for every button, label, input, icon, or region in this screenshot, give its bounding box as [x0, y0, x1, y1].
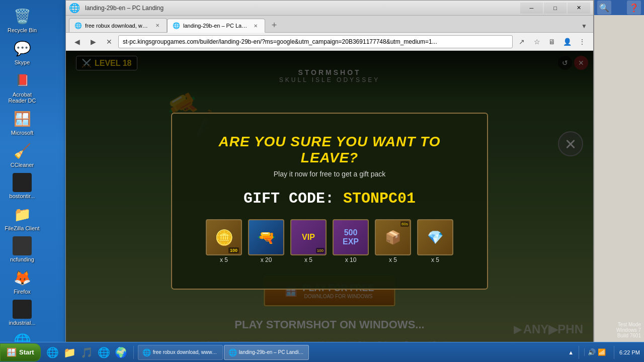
gift-item-icon-2: VIP 100 [290, 219, 327, 255]
desktop-icon-bostontir[interactable]: bostontir... [2, 171, 42, 201]
firefox-label: Firefox [14, 289, 31, 295]
bostontir-icon [13, 173, 32, 192]
system-tray: 🔊 📶 [584, 348, 609, 356]
gift-item-icon-1: 🔫 [248, 219, 284, 255]
show-hidden-icons[interactable]: ▲ [568, 349, 574, 355]
test-mode-line1: Test Mode [616, 322, 641, 327]
taskbar: 🪟 Start 🌐 📁 🎵 🌐 🌍 🌐 free robux download,… [0, 342, 644, 362]
maximize-button[interactable]: □ [544, 3, 567, 14]
test-mode-line3: Build 7601 [616, 333, 641, 338]
firefox-icon: 🦊 [12, 267, 32, 288]
taskbar-divider-3 [614, 346, 614, 359]
toolbar-icons: ↗ ☆ 🖥 👤 ⋮ [515, 35, 589, 49]
dialog-title: ARE YOU SURE YOU WANT TO LEAVE? [192, 134, 467, 166]
right-sidebar: 🔍 ❓ [594, 0, 644, 352]
browser-title: landing-29b-en – PC Landing [85, 5, 518, 12]
taskbar-edge-icon[interactable]: 🌍 [113, 344, 129, 360]
taskbar-chrome-icon[interactable]: 🌐 [96, 344, 112, 360]
gift-item-2: VIP 100 x 5 [289, 219, 328, 263]
browser-tab-bar: 🌐 free robux download, www.allweal... ✕ … [66, 16, 593, 33]
desktop-icon-recycle-bin[interactable]: 🗑️ Recycle Bin [2, 4, 42, 35]
desktop-icon-filezilla[interactable]: 📁 FileZilla Client [2, 202, 42, 233]
filezilla-label: FileZilla Client [5, 225, 39, 231]
new-tab-button[interactable]: + [267, 18, 281, 32]
gift-item-3: 500EXP x 10 [332, 219, 370, 263]
desktop-icon-microsoft[interactable]: 🪟 Microsoft [2, 107, 42, 138]
forward-button[interactable]: ▶ [86, 35, 100, 49]
sidebar-search-icon[interactable]: 🔍 [597, 1, 611, 15]
desktop-icon-ncfunding[interactable]: ncfunding [2, 234, 42, 264]
desktop-icon-skype[interactable]: 💬 Skype [2, 36, 42, 67]
back-button[interactable]: ◀ [70, 35, 84, 49]
profile-icon[interactable]: 👤 [560, 35, 574, 49]
taskbar-app-0[interactable]: 🌐 free robux download, www.allweal... [138, 345, 223, 360]
recycle-bin-label: Recycle Bin [8, 27, 37, 33]
gift-item-5: 💎 x 5 [416, 219, 454, 263]
menu-icon[interactable]: ⋮ [575, 35, 589, 49]
desktop-icon-ccleaner[interactable]: 🧹 CCleaner [2, 139, 42, 170]
gift-item-icon-5: 💎 [417, 219, 453, 255]
browser-window: 🌐 landing-29b-en – PC Landing ─ □ ✕ 🌐 fr… [65, 0, 594, 352]
sidebar-content [594, 15, 644, 352]
industrial-label: industrial... [9, 320, 35, 326]
game-page: ⚔️ LEVEL 18 STORMSHOT SKULL ISLE ODYSSEY… [66, 51, 593, 351]
browser-toolbar: ◀ ▶ ✕ ↗ ☆ 🖥 👤 ⋮ [66, 33, 593, 51]
close-window-button[interactable]: ✕ [568, 3, 590, 14]
volume-icon[interactable]: 🔊 [588, 348, 596, 356]
test-mode-line2: Windows 7 [616, 327, 641, 333]
gift-item-count-4: x 5 [389, 256, 397, 263]
ccleaner-label: CCleaner [11, 162, 34, 168]
taskbar-apps: 🌐 free robux download, www.allweal... 🌐 … [136, 345, 565, 360]
notification-area: ▲ 🔊 📶 6:22 PM [564, 346, 644, 359]
acrobat-label: Acrobat Reader DC [4, 92, 40, 104]
tab-overflow-button[interactable]: ▼ [578, 20, 590, 32]
system-clock[interactable]: 6:22 PM [619, 349, 640, 355]
gift-items-row: 🪙 100 x 5 🔫 x 20 [192, 219, 467, 263]
taskbar-quick-launch: 🌐 📁 🎵 🌐 🌍 [43, 344, 131, 360]
gift-item-count-2: x 5 [304, 256, 312, 263]
ncfunding-label: ncfunding [10, 256, 34, 262]
desktop-icons-area: 🗑️ Recycle Bin 💬 Skype 📕 Acrobat Reader … [0, 0, 60, 362]
address-bar[interactable] [118, 35, 513, 48]
desktop-icon-firefox[interactable]: 🦊 Firefox [2, 265, 42, 297]
browser-content: ⚔️ LEVEL 18 STORMSHOT SKULL ISLE ODYSSEY… [66, 51, 593, 351]
microsoft-label: Microsoft [11, 130, 34, 136]
taskbar-divider-1 [133, 346, 134, 359]
gift-item-count-1: x 20 [261, 256, 272, 263]
desktop-icon-industrial[interactable]: industrial... [2, 298, 42, 328]
sidebar-help-icon[interactable]: ❓ [627, 1, 641, 15]
browser-tab-1[interactable]: 🌐 landing-29b-en – PC Landing ✕ [167, 19, 265, 33]
reload-button[interactable]: ✕ [102, 35, 116, 49]
taskbar-divider-2 [579, 346, 579, 359]
gift-item-icon-0: 🪙 100 [206, 219, 242, 255]
gift-item-count-5: x 5 [431, 256, 439, 263]
window-controls: ─ □ ✕ [520, 3, 590, 14]
gift-code-prefix: GIFT CODE: [244, 190, 343, 207]
gift-item-count-0: x 5 [220, 256, 228, 263]
network-icon[interactable]: 📶 [598, 348, 606, 356]
taskbar-folder-icon[interactable]: 📁 [62, 344, 78, 360]
taskbar-app-1-label: landing-29b-en – PC Landing [239, 349, 304, 355]
gift-item-1: 🔫 x 20 [247, 219, 285, 263]
taskbar-media-icon[interactable]: 🎵 [79, 344, 95, 360]
ccleaner-icon: 🧹 [12, 141, 32, 161]
share-icon[interactable]: ↗ [515, 35, 529, 49]
minimize-button[interactable]: ─ [520, 3, 543, 14]
desktop: 🗑️ Recycle Bin 💬 Skype 📕 Acrobat Reader … [0, 0, 644, 362]
industrial-icon [13, 300, 32, 319]
gift-code-line: GIFT CODE: STONPC01 [192, 190, 467, 207]
bookmark-icon[interactable]: ☆ [530, 35, 544, 49]
taskbar-app-1[interactable]: 🌐 landing-29b-en – PC Landing [224, 345, 309, 360]
start-button[interactable]: 🪟 Start [0, 343, 41, 361]
browser-tab-0[interactable]: 🌐 free robux download, www.allweal... ✕ [69, 18, 167, 32]
desktop-icon-acrobat[interactable]: 📕 Acrobat Reader DC [2, 68, 42, 106]
acrobat-icon: 📕 [12, 70, 32, 90]
cast-icon[interactable]: 🖥 [545, 35, 559, 49]
gift-item-0: 🪙 100 x 5 [205, 219, 243, 263]
bostontir-label: bostontir... [10, 193, 35, 199]
tab-0-close[interactable]: ✕ [153, 22, 162, 30]
tab-1-close[interactable]: ✕ [252, 22, 260, 30]
gift-item-icon-3: 500EXP [333, 219, 369, 255]
taskbar-ie-icon[interactable]: 🌐 [45, 344, 61, 360]
taskbar-app-0-label: free robux download, www.allweal... [153, 349, 218, 355]
